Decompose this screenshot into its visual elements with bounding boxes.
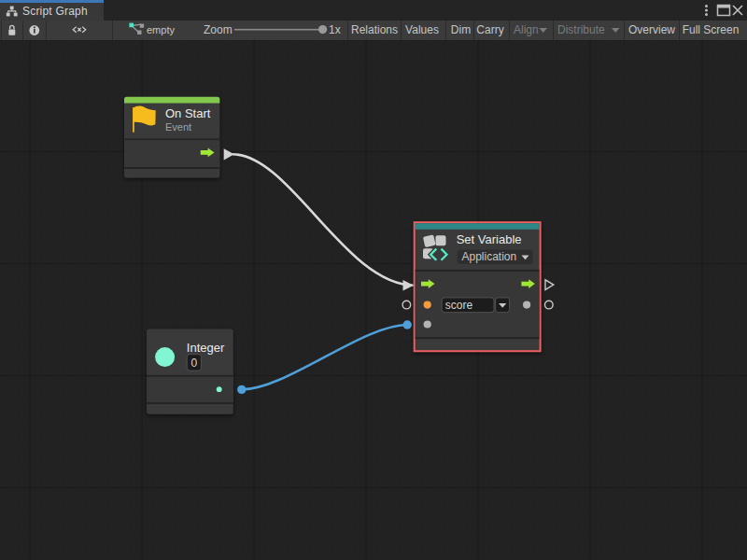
svg-text:0: 0 — [190, 357, 197, 370]
svg-text:score: score — [445, 299, 473, 312]
svg-text:Set Variable: Set Variable — [457, 232, 522, 246]
svg-text:Integer: Integer — [187, 341, 225, 355]
svg-text:Application: Application — [462, 250, 517, 263]
svg-text:On Start: On Start — [165, 106, 211, 120]
svg-text:Event: Event — [165, 121, 191, 133]
